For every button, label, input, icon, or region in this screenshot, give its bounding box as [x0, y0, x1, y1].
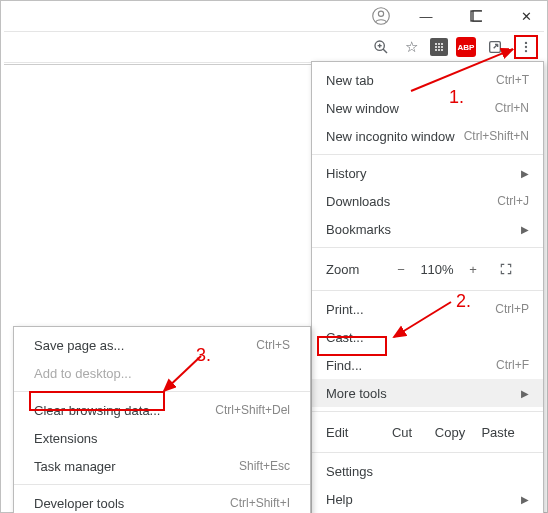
- menu-find[interactable]: Find...Ctrl+F: [312, 351, 543, 379]
- paste-button[interactable]: Paste: [474, 425, 522, 440]
- tab-divider: [4, 64, 314, 72]
- maximize-button[interactable]: [459, 4, 493, 28]
- label: Clear browsing data...: [34, 403, 160, 418]
- bookmark-star-icon[interactable]: ☆: [400, 36, 422, 58]
- menu-edit: Edit Cut Copy Paste: [312, 416, 543, 448]
- label: History: [326, 166, 366, 181]
- svg-point-15: [438, 49, 440, 51]
- extension-grid-icon[interactable]: [430, 38, 448, 56]
- svg-point-20: [525, 50, 527, 52]
- shortcut: Ctrl+J: [497, 194, 529, 208]
- menu-new-tab[interactable]: New tabCtrl+T: [312, 66, 543, 94]
- menu-settings[interactable]: Settings: [312, 457, 543, 485]
- main-menu: New tabCtrl+T New windowCtrl+N New incog…: [311, 61, 544, 513]
- svg-point-12: [438, 46, 440, 48]
- menu-cast[interactable]: Cast...: [312, 323, 543, 351]
- separator: [312, 411, 543, 412]
- shortcut: Ctrl+T: [496, 73, 529, 87]
- zoom-in-button[interactable]: +: [458, 262, 488, 277]
- edit-label: Edit: [326, 425, 378, 440]
- label: Help: [326, 492, 353, 507]
- chrome-window: — ✕ ☆ ABP New tabCtrl+T New windowCtrl+N…: [0, 0, 548, 513]
- titlebar: — ✕: [1, 1, 547, 31]
- svg-point-1: [378, 11, 383, 16]
- svg-point-19: [525, 46, 527, 48]
- svg-point-16: [441, 49, 443, 51]
- submenu-arrow-icon: ▶: [521, 388, 529, 399]
- menu-zoom: Zoom − 110% +: [312, 252, 543, 286]
- separator: [14, 391, 310, 392]
- submenu-arrow-icon: ▶: [521, 494, 529, 505]
- shortcut: Ctrl+Shift+N: [464, 129, 529, 143]
- menu-downloads[interactable]: DownloadsCtrl+J: [312, 187, 543, 215]
- svg-point-8: [435, 43, 437, 45]
- close-button[interactable]: ✕: [509, 4, 543, 28]
- label: More tools: [326, 386, 387, 401]
- minimize-button[interactable]: —: [409, 4, 443, 28]
- shortcut: Shift+Esc: [239, 459, 290, 473]
- menu-button[interactable]: [514, 35, 538, 59]
- label: Add to desktop...: [34, 366, 132, 381]
- separator: [312, 290, 543, 291]
- shortcut: Ctrl+P: [495, 302, 529, 316]
- menu-bookmarks[interactable]: Bookmarks▶: [312, 215, 543, 243]
- fullscreen-icon[interactable]: [496, 259, 516, 279]
- shortcut: Ctrl+Shift+I: [230, 496, 290, 510]
- svg-point-18: [525, 42, 527, 44]
- shortcut: Ctrl+F: [496, 358, 529, 372]
- shortcut: Ctrl+S: [256, 338, 290, 352]
- shortcut: Ctrl+N: [495, 101, 529, 115]
- zoom-indicator-icon[interactable]: [370, 36, 392, 58]
- toolbar: ☆ ABP: [4, 31, 544, 63]
- label: Extensions: [34, 431, 98, 446]
- submenu-arrow-icon: ▶: [521, 168, 529, 179]
- svg-point-11: [435, 46, 437, 48]
- submenu-arrow-icon: ▶: [521, 224, 529, 235]
- shortcut: Ctrl+Shift+Del: [215, 403, 290, 417]
- label: New incognito window: [326, 129, 455, 144]
- label: Settings: [326, 464, 373, 479]
- adblock-icon[interactable]: ABP: [456, 37, 476, 57]
- label: Downloads: [326, 194, 390, 209]
- menu-more-tools[interactable]: More tools▶: [312, 379, 543, 407]
- menu-new-window[interactable]: New windowCtrl+N: [312, 94, 543, 122]
- svg-point-9: [438, 43, 440, 45]
- svg-point-13: [441, 46, 443, 48]
- copy-button[interactable]: Copy: [426, 425, 474, 440]
- svg-point-10: [441, 43, 443, 45]
- svg-rect-3: [473, 11, 482, 21]
- share-icon[interactable]: [484, 36, 506, 58]
- label: Task manager: [34, 459, 116, 474]
- label: Find...: [326, 358, 362, 373]
- label: Bookmarks: [326, 222, 391, 237]
- label: Developer tools: [34, 496, 124, 511]
- separator: [312, 247, 543, 248]
- menu-history[interactable]: History▶: [312, 159, 543, 187]
- separator: [14, 484, 310, 485]
- submenu-save-page[interactable]: Save page as...Ctrl+S: [14, 331, 310, 359]
- separator: [312, 154, 543, 155]
- zoom-percent: 110%: [416, 262, 458, 277]
- svg-line-5: [383, 49, 387, 53]
- submenu-add-desktop: Add to desktop...: [14, 359, 310, 387]
- profile-icon[interactable]: [369, 4, 393, 28]
- menu-new-incognito[interactable]: New incognito windowCtrl+Shift+N: [312, 122, 543, 150]
- more-tools-submenu: Save page as...Ctrl+S Add to desktop... …: [13, 326, 311, 513]
- label: New tab: [326, 73, 374, 88]
- label: Save page as...: [34, 338, 124, 353]
- label: New window: [326, 101, 399, 116]
- menu-help[interactable]: Help▶: [312, 485, 543, 513]
- label: Print...: [326, 302, 364, 317]
- submenu-task-manager[interactable]: Task managerShift+Esc: [14, 452, 310, 480]
- separator: [312, 452, 543, 453]
- menu-print[interactable]: Print...Ctrl+P: [312, 295, 543, 323]
- submenu-clear-browsing-data[interactable]: Clear browsing data...Ctrl+Shift+Del: [14, 396, 310, 424]
- submenu-developer-tools[interactable]: Developer toolsCtrl+Shift+I: [14, 489, 310, 513]
- zoom-label: Zoom: [326, 262, 386, 277]
- label: Cast...: [326, 330, 364, 345]
- cut-button[interactable]: Cut: [378, 425, 426, 440]
- submenu-extensions[interactable]: Extensions: [14, 424, 310, 452]
- svg-point-14: [435, 49, 437, 51]
- zoom-out-button[interactable]: −: [386, 262, 416, 277]
